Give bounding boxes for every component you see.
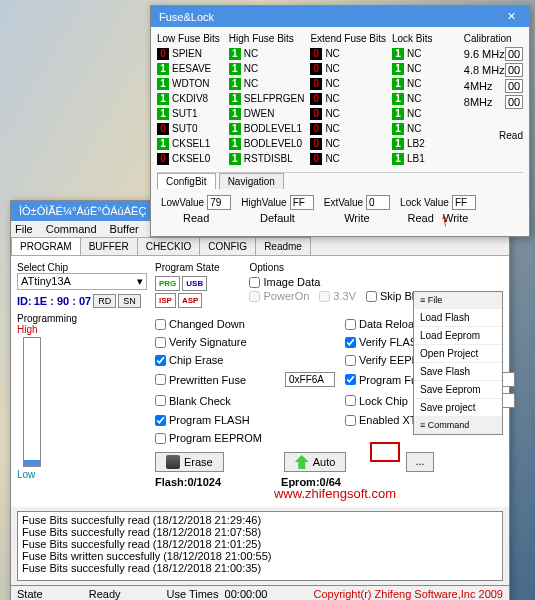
fuse-bit-NC[interactable]: 0NC [310, 91, 386, 106]
options-label: Options [249, 262, 469, 273]
fuse-bit-NC[interactable]: 1NC [392, 46, 458, 61]
fuse-bit-NC[interactable]: 0NC [310, 106, 386, 121]
verify-flash-check[interactable] [345, 337, 356, 348]
fuse-bit-NC[interactable]: 1NC [229, 61, 305, 76]
fuse-bit-SUT0[interactable]: 0SUT0 [157, 121, 223, 136]
prewritten-fuse-check[interactable] [155, 374, 166, 385]
extvalue-input[interactable] [366, 195, 390, 210]
close-icon[interactable]: ✕ [501, 10, 521, 23]
menu-save-eeprom[interactable]: Save Eeprom [414, 381, 502, 399]
fuse-bit-NC[interactable]: 0NC [310, 136, 386, 151]
fuse-bit-CKDIV8[interactable]: 1CKDIV8 [157, 91, 223, 106]
select-chip-label: Select Chip [17, 262, 147, 273]
tab-configbit[interactable]: ConfigBit [157, 173, 216, 189]
fuse-bit-NC[interactable]: 1NC [392, 121, 458, 136]
menu-load-flash[interactable]: Load Flash [414, 309, 502, 327]
default-button[interactable]: Default [260, 212, 295, 224]
fuse-bit-SUT1[interactable]: 1SUT1 [157, 106, 223, 121]
prog-high: High [17, 324, 41, 335]
program-flash-check[interactable] [155, 415, 166, 426]
verify-eep-check[interactable] [345, 355, 356, 366]
lowvalue-input[interactable] [207, 195, 231, 210]
fuse-bit-BODLEVEL1[interactable]: 1BODLEVEL1 [229, 121, 305, 136]
menu-file[interactable]: File [15, 223, 33, 235]
fuse-bit-NC[interactable]: 0NC [310, 61, 386, 76]
tab-buffer[interactable]: BUFFER [80, 237, 138, 255]
more-button[interactable]: ... [406, 452, 433, 472]
fuse-bit-NC[interactable]: 0NC [310, 121, 386, 136]
fuse-bit-EESAVE[interactable]: 1EESAVE [157, 61, 223, 76]
lock-write-button[interactable]: Write [443, 212, 468, 224]
tab-config[interactable]: CONFIG [199, 237, 256, 255]
fuse-bit-LB1[interactable]: 1LB1 [392, 151, 458, 166]
chip-select[interactable]: ATtiny13A▾ [17, 273, 147, 290]
prewritten-value[interactable]: 0xFF6A [285, 372, 335, 387]
cal-row: 4.8 MHz00 [464, 62, 523, 78]
fuse-titlebar[interactable]: Fuse&Lock ✕ [151, 6, 529, 27]
verify-sig-check[interactable] [155, 337, 166, 348]
menu-buffer[interactable]: Buffer [110, 223, 139, 235]
log-panel[interactable]: Fuse Bits succesfully read (18/12/2018 2… [17, 511, 503, 581]
menu-open-project[interactable]: Open Project [414, 345, 502, 363]
erase-button[interactable]: Erase [155, 452, 224, 472]
fuse-lock-window: Fuse&Lock ✕ Low Fuse Bits0SPIEN1EESAVE1W… [150, 5, 530, 237]
status-bar: State Ready Use Times 00:00:00 Copyright… [11, 585, 509, 600]
chip-erase-check[interactable] [155, 355, 166, 366]
auto-button[interactable]: Auto [284, 452, 347, 472]
menu-command[interactable]: Command [46, 223, 97, 235]
fuse-bit-LB2[interactable]: 1LB2 [392, 136, 458, 151]
enabled-xtal-check[interactable] [345, 415, 356, 426]
changed-down-check[interactable] [155, 319, 166, 330]
fuse-bit-NC[interactable]: 1NC [392, 91, 458, 106]
fuse-bit-NC[interactable]: 1NC [229, 46, 305, 61]
fuse-bit-CKSEL0[interactable]: 0CKSEL0 [157, 151, 223, 166]
menu-load-eeprom[interactable]: Load Eeprom [414, 327, 502, 345]
fuse-bit-BODLEVEL0[interactable]: 1BODLEVEL0 [229, 136, 305, 151]
tab-checkio[interactable]: CHECKIO [137, 237, 201, 255]
rd-button[interactable]: RD [93, 294, 116, 308]
status-state: State [17, 588, 43, 600]
fuse-bit-CKSEL1[interactable]: 1CKSEL1 [157, 136, 223, 151]
menu-save-flash[interactable]: Save Flash [414, 363, 502, 381]
lock-read-button[interactable]: Read [408, 212, 434, 224]
fuse-bit-NC[interactable]: 0NC [310, 151, 386, 166]
fuse-bit-NC[interactable]: 1NC [392, 61, 458, 76]
pstate-label: Program State [155, 262, 219, 273]
badge-isp: ISP [155, 293, 176, 308]
cal-read-button[interactable]: Read [464, 130, 523, 141]
fuse-bit-NC[interactable]: 1NC [392, 106, 458, 121]
program-fuse-check[interactable] [345, 374, 356, 385]
cal-row: 9.6 MHz00 [464, 46, 523, 62]
fuse-bit-DWEN[interactable]: 1DWEN [229, 106, 305, 121]
fuse-bit-NC[interactable]: 1NC [392, 76, 458, 91]
write-button[interactable]: Write [344, 212, 369, 224]
fuse-bit-NC[interactable]: 1NC [229, 76, 305, 91]
dropdown-icon: ▾ [137, 275, 143, 288]
read-button[interactable]: Read [183, 212, 209, 224]
image-data-check[interactable] [249, 277, 260, 288]
side-menu: ≡ File Load Flash Load Eeprom Open Proje… [413, 291, 503, 435]
fuse-bit-SELFPRGEN[interactable]: 1SELFPRGEN [229, 91, 305, 106]
fuse-bit-RSTDISBL[interactable]: 1RSTDISBL [229, 151, 305, 166]
copyright: Copyright(r) Zhifeng Software,Inc 2009 [313, 588, 503, 600]
sn-button[interactable]: SN [118, 294, 141, 308]
lock-chip-check[interactable] [345, 395, 356, 406]
lockvalue-input[interactable] [452, 195, 476, 210]
tab-navigation[interactable]: Navigation [219, 173, 284, 189]
menu-save-project[interactable]: Save project [414, 399, 502, 417]
fuse-bit-WDTON[interactable]: 1WDTON [157, 76, 223, 91]
chip-id: 1E : 90 : 07 [34, 295, 91, 307]
menu-file-header[interactable]: ≡ File [414, 292, 502, 309]
program-eep-check[interactable] [155, 433, 166, 444]
data-reload-check[interactable] [345, 319, 356, 330]
tab-readme[interactable]: Readme [255, 237, 311, 255]
fuse-bit-NC[interactable]: 0NC [310, 76, 386, 91]
blank-check-check[interactable] [155, 395, 166, 406]
fuse-bit-SPIEN[interactable]: 0SPIEN [157, 46, 223, 61]
skip-blank-check[interactable] [366, 291, 377, 302]
menu-command-header[interactable]: ≡ Command [414, 417, 502, 434]
fuse-bit-NC[interactable]: 0NC [310, 46, 386, 61]
highvalue-input[interactable] [290, 195, 314, 210]
col-header: Extend Fuse Bits [310, 33, 386, 44]
tab-program[interactable]: PROGRAM [11, 237, 81, 255]
